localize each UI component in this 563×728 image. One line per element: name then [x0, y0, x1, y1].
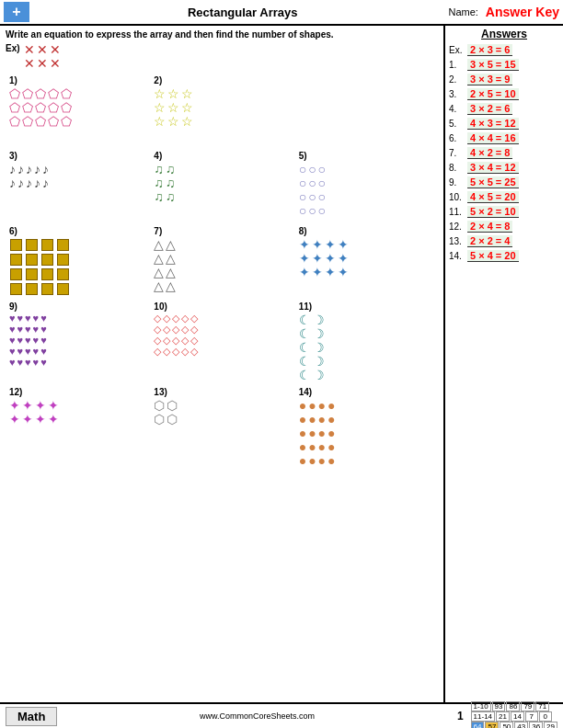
shape: ⬡ [154, 399, 165, 412]
shape: ○ [308, 190, 316, 203]
shape: ✦ [9, 413, 20, 426]
problem-1-shapes: ⬠ ⬠ ⬠ ⬠ ⬠ ⬠ ⬠ ⬠ ⬠ ⬠ ⬠ ⬠ [9, 87, 144, 128]
shape: ⬠ [22, 87, 33, 100]
answer-num: 4. [449, 104, 467, 114]
score-val: 79 [521, 701, 534, 711]
problem-14: 14) ● ● ● ● ● ● ● ● ● [295, 385, 438, 469]
shape: ● [318, 427, 326, 439]
shape: ⬠ [35, 101, 46, 114]
score-val: 7 [525, 711, 538, 722]
shape: ♪ [26, 163, 32, 176]
shape: ♥ [33, 324, 40, 335]
answers-container: Ex.2 × 3 = 61.3 × 5 = 152.3 × 3 = 93.2 ×… [449, 44, 559, 262]
problem-2-shapes: ☆ ☆ ☆ ☆ ☆ ☆ ☆ ☆ ☆ [154, 87, 289, 128]
problem-2-label: 2) [154, 75, 289, 85]
shape: ♫ [166, 176, 176, 189]
problem-14-shapes: ● ● ● ● ● ● ● ● ● ● ● ● [299, 399, 434, 467]
answer-item-10: 10.4 × 5 = 20 [449, 191, 559, 203]
problem-13-label: 13) [154, 387, 289, 397]
score-val: 64 [471, 722, 485, 729]
shape: ✦ [338, 252, 349, 265]
shape: ☆ [181, 87, 193, 100]
shape: ● [327, 399, 335, 412]
shape: ◇ [181, 313, 189, 324]
shape: ☾ [299, 341, 311, 354]
shape [10, 239, 22, 251]
shape: ♪ [42, 163, 49, 176]
score-label: 11-14 [471, 711, 495, 722]
shape: ♪ [42, 176, 49, 189]
shape: △ [154, 252, 164, 265]
problem-11: 11) ☾ ☽ ☾ ☽ ☾ ☽ ☾ [295, 300, 438, 383]
problem-10: 10) ◇ ◇ ◇ ◇ ◇ ◇ ◇ ◇ ◇ ◇ [150, 300, 293, 383]
problem-4-shapes: ♫ ♫ ♫ ♫ ♫ ♫ [154, 163, 289, 203]
math-label: Math [6, 707, 57, 726]
shape: ● [327, 440, 335, 453]
header: + Rectangular Arrays Name: Answer Key [0, 0, 563, 26]
shape: ♥ [40, 313, 47, 324]
shape: ◇ [190, 313, 198, 324]
shape: ♪ [26, 176, 32, 189]
shape: ○ [299, 163, 306, 176]
shape: ♥ [9, 347, 16, 357]
problem-11-label: 11) [299, 301, 434, 312]
score-row-3: 64 57 50 43 36 29 [471, 722, 557, 729]
problem-7: 7) △ △ △ △ △ △ △ △ [150, 224, 293, 298]
answer-equation: 5 × 2 = 10 [467, 206, 519, 218]
shape [57, 268, 69, 280]
shape: ☆ [181, 115, 193, 128]
shape: ✕ [24, 57, 35, 70]
shape: △ [154, 266, 164, 279]
shape: ◇ [154, 324, 161, 335]
shape: ⬡ [167, 413, 178, 426]
shape: ● [327, 413, 335, 426]
shape: ♪ [17, 176, 24, 189]
shape: ⬠ [22, 101, 33, 114]
shape: ● [318, 440, 326, 453]
shape: △ [166, 266, 176, 279]
answer-num: 10. [449, 192, 467, 202]
shape: ◇ [181, 336, 189, 346]
answer-key-label: Answer Key [486, 5, 559, 19]
problem-3-shapes: ♪ ♪ ♪ ♪ ♪ ♪ ♪ ♪ ♪ ♪ [9, 163, 144, 189]
name-label: Name: [448, 6, 477, 17]
shape: ☽ [313, 313, 325, 326]
shape: ● [299, 440, 306, 453]
shape: ☾ [299, 355, 311, 368]
shape: ✕ [24, 43, 35, 56]
score-val: 71 [535, 701, 549, 711]
problem-9: 9) ♥ ♥ ♥ ♥ ♥ ♥ ♥ ♥ ♥ ♥ [6, 300, 148, 383]
shape: ♫ [154, 190, 164, 203]
shape: ⬠ [9, 115, 20, 128]
shape: ⬡ [154, 413, 165, 426]
shape: ◇ [172, 336, 179, 346]
answer-item-9: 9.5 × 5 = 25 [449, 176, 559, 188]
shape: ◇ [154, 347, 161, 357]
shape: ♪ [9, 163, 16, 176]
shape [41, 239, 53, 251]
shape: ☾ [299, 369, 311, 381]
answer-item-4: 4.3 × 2 = 6 [449, 103, 559, 115]
shape: ○ [299, 190, 306, 203]
shape: ♪ [34, 176, 40, 189]
score-val: 57 [485, 722, 499, 729]
shape: ♥ [33, 347, 40, 357]
shape: △ [166, 238, 176, 251]
answer-equation: 3 × 2 = 6 [467, 103, 512, 115]
score-val: 36 [529, 722, 543, 729]
shape: ♫ [154, 163, 164, 176]
shape: ● [327, 454, 335, 467]
problem-10-shapes: ◇ ◇ ◇ ◇ ◇ ◇ ◇ ◇ ◇ ◇ ◇ ◇ [154, 313, 289, 357]
shape: ● [308, 440, 316, 453]
problem-3-label: 3) [9, 151, 144, 161]
shape: ◇ [163, 324, 170, 335]
shape: ✦ [35, 399, 46, 412]
shape: ● [318, 399, 326, 412]
example-shapes: ✕ ✕ ✕ ✕ ✕ ✕ [24, 43, 61, 70]
problem-8-shapes: ✦ ✦ ✦ ✦ ✦ ✦ ✦ ✦ ✦ ✦ ✦ ✦ [299, 238, 434, 279]
shape: ⬠ [61, 115, 72, 128]
shape: ☆ [154, 115, 166, 128]
shape: ○ [318, 190, 326, 203]
shape [26, 268, 38, 280]
shape: ♥ [25, 324, 31, 335]
